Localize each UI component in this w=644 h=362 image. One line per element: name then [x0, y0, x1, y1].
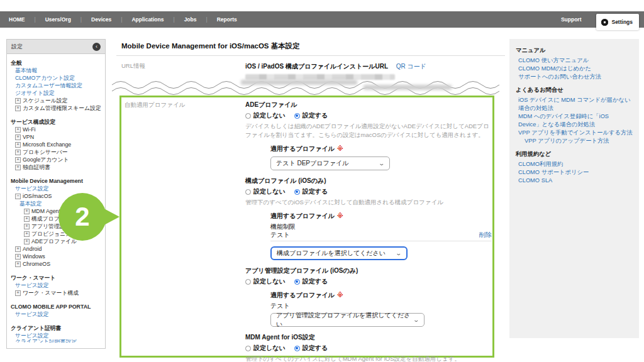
auto-apply-profile-label: 自動適用プロファイル: [125, 101, 185, 109]
help-link[interactable]: CLOMO SLA: [516, 177, 633, 185]
radio-option-enable[interactable]: 設定する: [294, 344, 328, 353]
help-link[interactable]: CLOMO サポートポリシー: [516, 168, 633, 177]
radio-option-disable[interactable]: 設定しない: [245, 344, 286, 353]
profile-select[interactable]: テスト DEPプロファイル⌄: [270, 156, 390, 170]
settings-tab[interactable]: Settings: [596, 14, 639, 30]
nav-item-devices[interactable]: Devices: [82, 16, 121, 23]
sidebar-item[interactable]: CLOMOアカウント設定: [7, 74, 103, 82]
expand-icon[interactable]: +: [15, 142, 21, 148]
qr-code-link[interactable]: QR コード: [396, 63, 426, 70]
help-link[interactable]: VPP アプリのアップデート方法: [516, 137, 633, 145]
sidebar-item[interactable]: 基本情報: [7, 67, 103, 74]
radio-selected-icon[interactable]: [294, 279, 300, 285]
expand-icon[interactable]: +: [24, 231, 30, 237]
expand-icon[interactable]: +: [15, 261, 21, 267]
help-link[interactable]: CLOMO利用規約: [516, 160, 633, 168]
nav-item-applications[interactable]: Applications: [122, 16, 173, 23]
sidebar-item[interactable]: +Microsoft Exchange: [7, 141, 103, 148]
expand-icon[interactable]: +: [24, 216, 30, 222]
radio-option-enable[interactable]: 設定する: [294, 187, 328, 196]
help-link[interactable]: CLOMO MDMのはじめかた: [516, 65, 633, 73]
radio-unselected-icon[interactable]: [245, 346, 251, 351]
expand-icon[interactable]: +: [15, 98, 21, 104]
help-link[interactable]: MDM へのデバイス登録時に「iOS Device」となる場合の対処法: [516, 112, 633, 129]
sidebar-item[interactable]: +独自証明書: [7, 163, 103, 171]
sidebar-item[interactable]: ジオサイト設定: [7, 89, 103, 97]
collapse-icon[interactable]: −: [15, 194, 21, 199]
radio-unselected-icon[interactable]: [245, 279, 251, 285]
radio-option-enable[interactable]: 設定する: [294, 111, 328, 120]
expand-icon[interactable]: +: [15, 290, 21, 296]
sidebar-item[interactable]: +カスタム管理権限スキーム設定: [7, 104, 103, 112]
radio-selected-icon[interactable]: [294, 346, 300, 351]
auto-apply-profile-highlight-box: 自動適用プロファイル ADEプロファイル設定しない設定するデバイスもしくは組織の…: [119, 96, 494, 358]
expand-icon[interactable]: +: [15, 106, 21, 111]
sidebar-item[interactable]: +Wi-Fi: [7, 126, 103, 133]
sidebar-item[interactable]: サービス設定: [7, 282, 103, 289]
profile-select[interactable]: 構成プロファイルを選択してください⌄: [270, 246, 408, 260]
page-title: Mobile Device Management for iOS/macOS 基…: [116, 39, 505, 56]
nav-item-home[interactable]: HOME: [9, 16, 35, 23]
radio-unselected-icon[interactable]: [245, 189, 251, 195]
sidebar-item-label: Wi-Fi: [23, 126, 36, 133]
nav-item-reports[interactable]: Reports: [208, 16, 247, 23]
sidebar-item-label: CLOMO MOBILE APP PORTAL: [11, 303, 91, 310]
nav-item-jobs[interactable]: Jobs: [175, 16, 206, 23]
form-section: 構成プロファイル (iOSのみ)設定しない設定する管理下のすべてのiOSデバイス…: [245, 177, 489, 260]
sidebar-item[interactable]: サービス設定: [7, 310, 103, 318]
help-link[interactable]: CLOMO 使い方マニュアル: [516, 57, 633, 65]
nav-right: Support Settings: [555, 11, 639, 28]
radio-group: 設定しない設定する: [245, 187, 489, 196]
radio-option-enable[interactable]: 設定する: [294, 277, 328, 286]
delete-link[interactable]: 削除: [479, 231, 492, 239]
radio-option-disable[interactable]: 設定しない: [245, 277, 286, 286]
nav-item-usersorg[interactable]: Users/Org: [36, 16, 80, 23]
main-nav: HOME|Users/Org|Devices|Applications|Jobs…: [0, 16, 247, 23]
sidebar-item[interactable]: +ワーク・スマート構成: [7, 289, 103, 297]
sidebar-item[interactable]: +プロキシサーバー: [7, 148, 103, 156]
radio-unselected-icon[interactable]: [245, 113, 251, 119]
expand-icon[interactable]: +: [15, 150, 21, 155]
radio-selected-icon[interactable]: [294, 189, 300, 195]
expand-icon[interactable]: +: [15, 127, 21, 133]
sidebar-item-label: ワーク・スマート: [11, 274, 55, 282]
help-group-title: よくあるお問合せ: [516, 86, 633, 94]
expand-icon[interactable]: +: [15, 165, 21, 170]
help-link[interactable]: VPP アプリを手動でインストールする方法: [516, 129, 633, 137]
sidebar-item[interactable]: +Android: [7, 245, 103, 253]
redacted-text-blur: [364, 85, 452, 90]
radio-label: 設定する: [303, 111, 328, 120]
sidebar-item[interactable]: カスタムユーザー情報設定: [7, 82, 103, 89]
sidebar-item[interactable]: +スケジュール設定: [7, 97, 103, 104]
expand-icon[interactable]: +: [24, 239, 30, 244]
sidebar-item[interactable]: クライアント証明書設定: [7, 339, 103, 343]
help-link[interactable]: サポートへのお問い合わせ方法: [516, 73, 633, 81]
expand-icon[interactable]: +: [15, 134, 21, 140]
redacted-text-blur: [241, 80, 357, 85]
radio-label: 設定しない: [253, 344, 286, 353]
sidebar-item[interactable]: +Windows: [7, 253, 103, 260]
support-button[interactable]: Support: [555, 16, 588, 23]
sidebar-collapse-button[interactable]: ‹: [92, 43, 101, 51]
profile-select[interactable]: アプリ管理設定プロファイルを選択してください⌄: [270, 313, 425, 327]
expand-icon[interactable]: +: [24, 209, 30, 214]
radio-option-disable[interactable]: 設定しない: [245, 187, 286, 196]
expand-icon[interactable]: +: [15, 246, 21, 252]
sidebar-item[interactable]: +VPN: [7, 133, 103, 141]
expand-icon[interactable]: +: [15, 254, 21, 260]
help-link[interactable]: iOS デバイスに MDM コマンドが届かない場合の対処法: [516, 96, 633, 112]
radio-selected-icon[interactable]: [294, 113, 300, 119]
radio-option-disable[interactable]: 設定しない: [245, 111, 286, 120]
required-mark: ※: [337, 212, 343, 219]
sidebar-item[interactable]: +ChromeOS: [7, 260, 103, 268]
sidebar-item[interactable]: サービス設定: [7, 332, 103, 339]
sidebar-item[interactable]: サービス設定: [7, 185, 103, 192]
sidebar-item-label: VPN: [23, 133, 34, 141]
required-mark: ※: [337, 292, 343, 299]
sidebar-item[interactable]: +Googleアカウント: [7, 156, 103, 163]
expand-icon[interactable]: +: [15, 157, 21, 163]
sidebar-item-label: Android: [23, 245, 42, 253]
sidebar-item-label: サービス構成設定: [11, 118, 55, 126]
sidebar-item-label: サービス設定: [15, 185, 48, 192]
expand-icon[interactable]: +: [24, 224, 30, 229]
